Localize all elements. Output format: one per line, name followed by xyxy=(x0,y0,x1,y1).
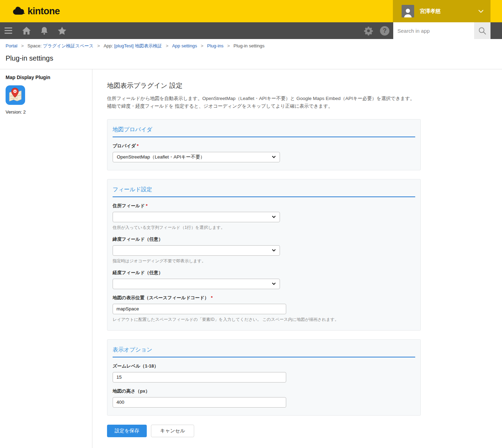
section-map-provider: 地図プロバイダ プロバイダ* OpenStreetMap（Leaflet・API… xyxy=(107,119,421,170)
notification-bell-icon[interactable] xyxy=(40,26,49,35)
section-display-options: 表示オプション ズームレベル（1-18） 地図の高さ（px） xyxy=(107,339,421,416)
section-field-settings: フィールド設定 住所フィールド* 住所が入っている文字列フィールド（1行）を選択… xyxy=(107,179,421,331)
map-space-label: 地図の表示位置（スペースフィールドコード）* xyxy=(113,295,415,301)
map-plugin-icon xyxy=(6,85,25,105)
zoom-level-input[interactable] xyxy=(113,372,286,383)
breadcrumb-app-link[interactable]: [plugTest] 地図表示検証 xyxy=(114,43,162,48)
provider-select-value: OpenStreetMap（Leaflet・APIキー不要） xyxy=(117,154,205,160)
global-nav-bar: ? xyxy=(0,22,502,39)
action-buttons: 設定を保存 キャンセル xyxy=(107,425,421,437)
help-icon[interactable]: ? xyxy=(380,26,389,36)
content-area: Map Display Plugin Version: 2 地図表示プラグイン … xyxy=(0,69,502,448)
provider-label: プロバイダ* xyxy=(113,143,415,149)
breadcrumb-app-prefix: App: xyxy=(104,43,114,48)
section-title-display: 表示オプション xyxy=(113,346,415,357)
kintone-logo[interactable]: kintone xyxy=(13,6,60,17)
latitude-field-select[interactable] xyxy=(113,245,280,256)
address-field-help: 住所が入っている文字列フィールド（1行）を選択します。 xyxy=(113,225,415,231)
settings-heading: 地図表示プラグイン 設定 xyxy=(107,81,421,90)
section-title-fields: フィールド設定 xyxy=(113,186,415,197)
top-header-bar: kintone 宮澤孝慈 xyxy=(0,0,502,22)
magnifier-icon xyxy=(478,26,487,35)
map-height-field-group: 地図の高さ（px） xyxy=(113,388,415,408)
address-field-label: 住所フィールド* xyxy=(113,203,415,209)
hamburger-menu-icon[interactable] xyxy=(4,26,13,35)
home-icon[interactable] xyxy=(22,26,31,35)
cancel-button[interactable]: キャンセル xyxy=(151,425,194,437)
save-settings-button[interactable]: 設定を保存 xyxy=(107,425,147,437)
user-name: 宮澤孝慈 xyxy=(420,8,441,15)
plugin-sidebar: Map Display Plugin Version: 2 xyxy=(0,69,92,448)
breadcrumb-separator: > xyxy=(201,43,204,48)
search-submit-button[interactable] xyxy=(474,22,490,39)
address-field-group: 住所フィールド* 住所が入っている文字列フィールド（1行）を選択します。 xyxy=(113,203,415,231)
zoom-level-label: ズームレベル（1-18） xyxy=(113,363,415,369)
breadcrumb-portal-link[interactable]: Portal xyxy=(6,43,17,48)
zoom-level-field-group: ズームレベル（1-18） xyxy=(113,363,415,383)
latitude-field-label: 緯度フィールド（任意） xyxy=(113,236,415,242)
map-height-label: 地図の高さ（px） xyxy=(113,388,415,394)
breadcrumb-separator: > xyxy=(227,43,230,48)
longitude-field-select[interactable] xyxy=(113,279,280,289)
required-mark: * xyxy=(211,295,213,300)
required-mark: * xyxy=(146,203,147,208)
settings-gear-icon[interactable] xyxy=(364,26,373,35)
provider-field-group: プロバイダ* OpenStreetMap（Leaflet・APIキー不要） xyxy=(113,143,415,162)
breadcrumb-plugins-link[interactable]: Plug-ins xyxy=(207,43,223,48)
favorite-star-icon[interactable] xyxy=(58,26,67,35)
chevron-down-icon xyxy=(272,283,276,285)
breadcrumb-separator: > xyxy=(21,43,24,48)
breadcrumb-space-link[interactable]: プラグイン検証スペース xyxy=(43,43,93,48)
section-title-provider: 地図プロバイダ xyxy=(113,126,415,137)
kintone-logo-text: kintone xyxy=(28,6,60,17)
longitude-field-label: 経度フィールド（任意） xyxy=(113,270,415,276)
address-field-select[interactable] xyxy=(113,212,280,222)
chevron-down-icon xyxy=(272,156,276,158)
breadcrumb: Portal > Space: プラグイン検証スペース > App: [plug… xyxy=(0,39,502,49)
app-search-box xyxy=(393,22,474,39)
nav-right-area: ? xyxy=(364,22,502,39)
plugin-settings-main: 地図表示プラグイン 設定 住所フィールドから地図を自動表示します。OpenStr… xyxy=(92,69,421,448)
provider-select[interactable]: OpenStreetMap（Leaflet・APIキー不要） xyxy=(113,152,280,162)
settings-description: 住所フィールドから地図を自動表示します。OpenStreetMap（Leafle… xyxy=(107,95,418,110)
kintone-cloud-icon xyxy=(13,6,25,16)
map-height-input[interactable] xyxy=(113,397,286,408)
page-title: Plug-in settings xyxy=(6,54,496,62)
nav-left-icons xyxy=(4,26,67,35)
latitude-field-group: 緯度フィールド（任意） 指定時はジオコーディング不要で即表示します。 xyxy=(113,236,415,264)
map-space-input[interactable] xyxy=(113,304,286,314)
chevron-down-icon xyxy=(478,10,484,13)
breadcrumb-space-prefix: Space: xyxy=(28,43,43,48)
user-avatar-icon xyxy=(402,5,414,17)
search-input[interactable] xyxy=(393,22,474,39)
plugin-name: Map Display Plugin xyxy=(6,75,86,80)
breadcrumb-separator: > xyxy=(166,43,168,48)
chevron-down-icon xyxy=(272,216,276,218)
chevron-down-icon xyxy=(272,249,276,252)
longitude-field-group: 経度フィールド（任意） xyxy=(113,270,415,289)
map-space-help: レイアウトに配置したスペースフィールドの「要素ID」を入力してください。 このス… xyxy=(113,317,415,323)
breadcrumb-separator: > xyxy=(97,43,100,48)
required-mark: * xyxy=(137,143,139,148)
breadcrumb-app-settings-link[interactable]: App settings xyxy=(172,43,197,48)
map-space-field-group: 地図の表示位置（スペースフィールドコード）* レイアウトに配置したスペースフィー… xyxy=(113,295,415,323)
breadcrumb-current: Plug-in settings xyxy=(234,43,265,48)
latitude-field-help: 指定時はジオコーディング不要で即表示します。 xyxy=(113,258,415,264)
plugin-version: Version: 2 xyxy=(6,109,86,115)
user-menu[interactable]: 宮澤孝慈 xyxy=(393,0,490,22)
